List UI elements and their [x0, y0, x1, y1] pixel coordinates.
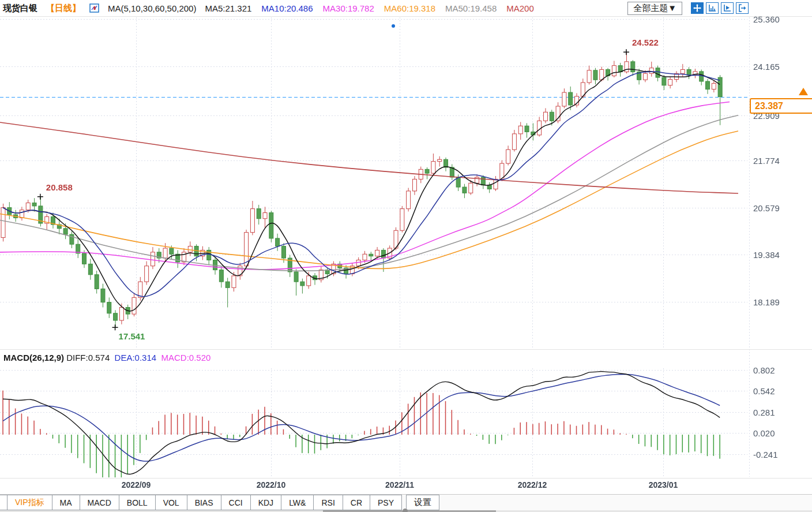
date-axis-label: 2022/10 — [257, 480, 286, 489]
tab-MA[interactable]: MA — [52, 495, 80, 510]
tab-PSY[interactable]: PSY — [370, 495, 402, 510]
ma-legend-item: MA200 — [506, 3, 534, 13]
tab-CCI[interactable]: CCI — [221, 495, 251, 510]
macd-axis-label: 0.542 — [753, 386, 775, 396]
current-price-value: 23.387 — [755, 101, 783, 111]
scrollbar-knob[interactable] — [403, 509, 408, 512]
price-axis-label: 19.384 — [753, 250, 780, 260]
tab-设置[interactable]: 设置 — [406, 495, 439, 510]
tab-KDJ[interactable]: KDJ — [250, 495, 281, 510]
current-price-tag: 23.387 — [750, 98, 812, 114]
tab-RSI[interactable]: RSI — [313, 495, 343, 510]
price-extreme-annotation: 17.541 — [119, 331, 145, 341]
macd-axis-label: -0.241 — [753, 449, 778, 459]
price-extreme-annotation: 24.522 — [632, 38, 659, 47]
macd-indicator-header: MACD(26,12,9) DIFF:0.574 DEA:0.314 MACD:… — [3, 353, 210, 362]
trading-terminal: 现货白银 【日线】 MA(5,10,30,60,50,200) MA5:21.3… — [0, 0, 812, 512]
price-extreme-annotation: 20.858 — [46, 182, 73, 192]
price-axis-label: 18.189 — [753, 297, 780, 307]
macd-macd-value: MACD:0.520 — [161, 353, 210, 362]
date-axis-label: 2023/01 — [649, 480, 678, 489]
price-up-arrow-icon — [799, 88, 808, 95]
tab-BOLL[interactable]: BOLL — [119, 495, 156, 510]
ma-legend-item: MA50:19.458 — [445, 3, 497, 13]
date-axis-label: 2022/11 — [385, 480, 414, 489]
kline-icon — [89, 3, 99, 13]
tab-VIP指标[interactable]: VIP指标 — [7, 495, 52, 510]
ma-legend: MA5:21.321MA10:20.486MA30:19.782MA60:19.… — [205, 3, 533, 13]
macd-dea-value: DEA:0.314 — [115, 353, 157, 362]
chart-header: 现货白银 【日线】 MA(5,10,30,60,50,200) MA5:21.3… — [0, 0, 812, 16]
ma-legend-item: MA30:19.782 — [323, 3, 374, 13]
macd-axis-label: 0.802 — [753, 365, 775, 375]
macd-axis-label: 0.281 — [753, 407, 775, 417]
period-label[interactable]: 【日线】 — [46, 3, 81, 14]
tab-LW&[interactable]: LW& — [281, 495, 314, 510]
macd-diff-value: DIFF:0.574 — [66, 353, 110, 362]
macd-title: MACD(26,12,9) — [3, 353, 64, 362]
price-axis-label: 21.774 — [753, 156, 780, 166]
tab-MACD[interactable]: MACD — [80, 495, 119, 510]
move-icon[interactable] — [691, 2, 704, 14]
date-axis-label: 2022/09 — [122, 480, 151, 489]
tab-BIAS[interactable]: BIAS — [187, 495, 221, 510]
ma-params-label: MA(5,10,30,60,50,200) — [108, 3, 196, 13]
ma-legend-item: MA60:19.318 — [384, 3, 435, 13]
indicator-tabbar: 板 VIP指标MAMACDBOLLVOLBIASCCIKDJLW&RSICRPS… — [0, 494, 812, 510]
themes-dropdown[interactable]: 全部主题▼ — [627, 2, 682, 15]
tab-CR[interactable]: CR — [343, 495, 370, 510]
kline-macd-chart-canvas[interactable] — [0, 0, 812, 512]
macd-axis-label: 0.020 — [753, 428, 775, 438]
marker-dot — [392, 24, 395, 28]
date-axis-label: 2022/12 — [518, 480, 547, 489]
axis-flag-icon[interactable] — [721, 2, 734, 14]
exit-arrow-icon[interactable] — [736, 2, 749, 14]
price-axis-label: 20.579 — [753, 203, 780, 212]
ma-legend-item: MA5:21.321 — [205, 3, 251, 13]
ma-legend-item: MA10:20.486 — [261, 3, 313, 13]
price-axis-label: 24.165 — [753, 61, 780, 71]
axis-histogram-icon[interactable] — [706, 2, 719, 14]
chart-toolbar — [691, 2, 749, 14]
symbol-name: 现货白银 — [3, 3, 37, 14]
tab-VOL[interactable]: VOL — [155, 495, 187, 510]
